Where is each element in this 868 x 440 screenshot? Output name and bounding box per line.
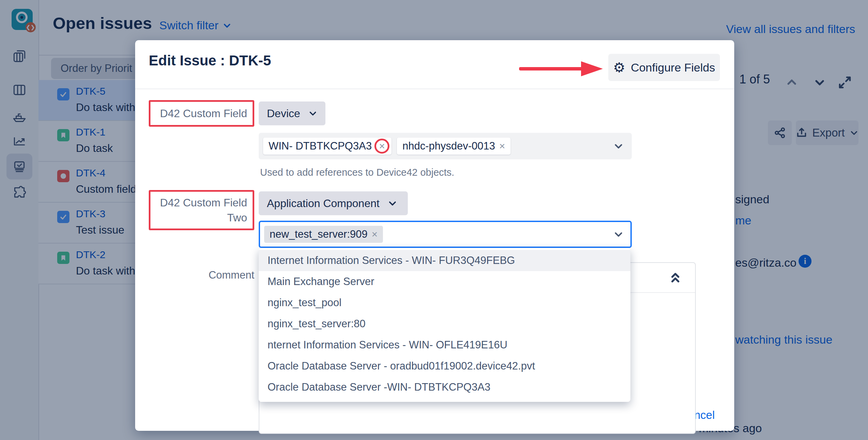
dropdown-option[interactable]: Oracle Database Server -WIN- DTBTKCPQ3A3 bbox=[259, 377, 630, 398]
modal-title: Edit Issue : DTK-5 bbox=[149, 52, 271, 69]
gear-icon: ⚙ bbox=[613, 61, 625, 74]
dropdown-option[interactable]: nginx_test_pool bbox=[259, 292, 630, 313]
field1-label: D42 Custom Field bbox=[160, 107, 247, 120]
chevron-down-icon[interactable] bbox=[613, 141, 624, 151]
close-icon[interactable]: × bbox=[372, 229, 378, 240]
configure-fields-button[interactable]: ⚙ Configure Fields bbox=[608, 54, 720, 81]
field2-options-dropdown: Internet Information Services - WIN- FUR… bbox=[259, 248, 630, 402]
field1-type-picker[interactable]: Device bbox=[259, 101, 325, 125]
configure-fields-label: Configure Fields bbox=[631, 61, 715, 74]
dropdown-option[interactable]: Internet Information Services - WIN- FUR… bbox=[259, 250, 630, 271]
tag-label: nhdc-physdev-0013 bbox=[402, 140, 495, 152]
field1-help-text: Used to add references to Device42 objec… bbox=[260, 167, 454, 178]
field2-label: D42 Custom Field Two bbox=[150, 195, 247, 225]
annotation-box-field2: D42 Custom Field Two bbox=[149, 190, 254, 230]
close-icon[interactable]: × bbox=[499, 140, 505, 152]
annotation-box-field1: D42 Custom Field bbox=[149, 100, 254, 127]
field1-multiselect[interactable]: WIN- DTBTKCPQ3A3 × nhdc-physdev-0013 × bbox=[259, 133, 632, 159]
close-icon[interactable]: × bbox=[379, 140, 385, 152]
chevron-down-icon[interactable] bbox=[613, 229, 624, 239]
dropdown-option[interactable]: Oracle Database Server - oradbud01f19002… bbox=[259, 356, 630, 377]
comment-label: Comment bbox=[149, 269, 254, 281]
field2-type-picker[interactable]: Application Component bbox=[259, 191, 408, 215]
edit-issue-modal: Edit Issue : DTK-5 ⚙ Configure Fields D4… bbox=[135, 40, 734, 431]
chevron-down-icon bbox=[308, 109, 317, 118]
tag-label: new_test_server:909 bbox=[270, 228, 368, 240]
dropdown-option[interactable]: nginx_test_server:80 bbox=[259, 313, 630, 334]
annotation-circle: × bbox=[374, 139, 389, 154]
field2-multiselect[interactable]: new_test_server:909 × bbox=[259, 221, 632, 248]
tag-label: WIN- DTBTKCPQ3A3 bbox=[269, 140, 372, 152]
field1-picker-label: Device bbox=[267, 107, 300, 120]
annotation-arrow bbox=[519, 59, 604, 78]
modal-header-divider bbox=[135, 89, 734, 89]
tag-chip: nhdc-physdev-0013 × bbox=[397, 138, 511, 155]
tag-chip: WIN- DTBTKCPQ3A3 × bbox=[263, 138, 391, 155]
collapse-icon[interactable] bbox=[669, 271, 681, 285]
field2-picker-label: Application Component bbox=[267, 197, 380, 210]
chevron-down-icon bbox=[388, 199, 397, 208]
dropdown-option[interactable]: nternet Information Services - WIN- OFLE… bbox=[259, 334, 630, 356]
tag-chip: new_test_server:909 × bbox=[264, 226, 383, 243]
dropdown-option[interactable]: Main Exchange Server bbox=[259, 271, 630, 292]
